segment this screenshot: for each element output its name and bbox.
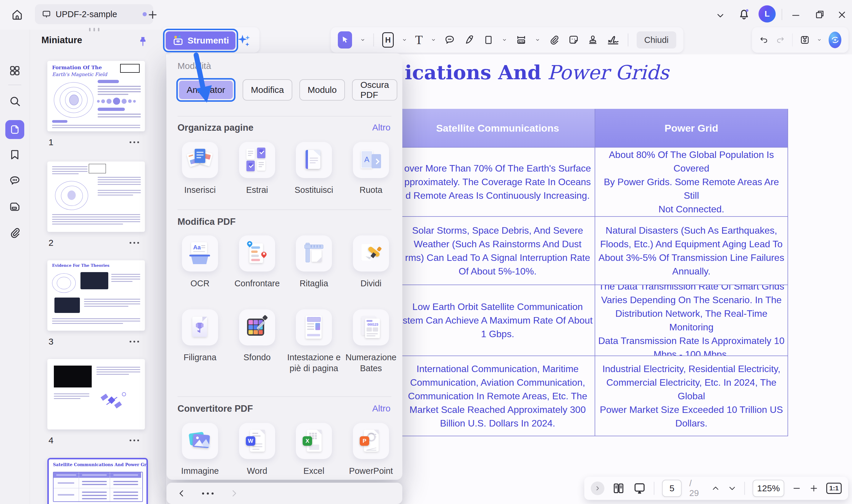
ai-assistant-button[interactable] xyxy=(829,32,841,48)
shape-tool-button[interactable] xyxy=(483,33,494,47)
tool-powerpoint[interactable]: P PowerPoint xyxy=(343,423,399,476)
shape-chevron-icon[interactable] xyxy=(502,37,507,43)
chevron-right-icon xyxy=(594,485,601,491)
panel-drag-handle[interactable] xyxy=(89,28,99,31)
apps-grid-button[interactable] xyxy=(8,65,21,77)
comments-button[interactable] xyxy=(8,175,21,187)
thumbnails-panel-button[interactable] xyxy=(5,120,24,139)
strumenti-button[interactable]: Strumenti xyxy=(166,31,235,50)
page-thumbnail-2[interactable] xyxy=(47,162,145,232)
mode-annotator-button[interactable]: Annotator xyxy=(179,81,233,99)
close-window-button[interactable] xyxy=(837,10,847,20)
page-thumbnail-5-current[interactable]: Satellite Communications And Power Grids xyxy=(47,458,148,504)
expand-sidebar-button[interactable] xyxy=(591,482,604,495)
collapse-toolbar-button[interactable] xyxy=(715,11,725,21)
page-number-input[interactable]: 5 xyxy=(662,480,682,497)
tool-intestazione[interactable]: Intestazione e piè di pagina xyxy=(286,309,342,374)
home-button[interactable] xyxy=(8,5,26,24)
tool-label: OCR xyxy=(172,278,228,289)
tool-word[interactable]: W Word xyxy=(229,423,285,476)
avatar-letter: L xyxy=(764,9,769,19)
signature-tool-button[interactable] xyxy=(607,32,619,48)
slides-note-button[interactable] xyxy=(8,200,21,213)
select-tool-button[interactable] xyxy=(338,31,352,49)
toolbar-divider xyxy=(628,33,628,47)
tool-confrontare[interactable]: Confrontare xyxy=(229,235,285,289)
mode-modulo-button[interactable]: Modulo xyxy=(300,79,345,101)
zoom-level-input[interactable]: 125% xyxy=(753,480,784,497)
presentation-mode-button[interactable] xyxy=(633,482,647,495)
mode-oscura-button[interactable]: Oscura PDF xyxy=(352,79,397,101)
highlight-tool-button[interactable]: H xyxy=(382,32,394,48)
table-cell: The Data Transmission Rate Of Smart Grid… xyxy=(595,285,788,356)
panel-divider xyxy=(178,210,392,210)
save-chevron-icon[interactable] xyxy=(817,37,821,43)
zoom-out-button[interactable] xyxy=(792,484,801,493)
measure-tool-button[interactable] xyxy=(515,33,527,47)
attachments-button[interactable] xyxy=(8,227,21,239)
organizza-altro-link[interactable]: Altro xyxy=(372,123,391,132)
page-menu-3[interactable] xyxy=(130,341,139,342)
bookmarks-button[interactable] xyxy=(8,148,21,161)
tool-bates[interactable]: 000123 Numerazione Bates xyxy=(343,309,399,374)
mode-modifica-button[interactable]: Modifica xyxy=(242,79,292,101)
previous-page-button[interactable] xyxy=(711,484,720,493)
actual-size-button[interactable]: 1:1 xyxy=(826,483,842,494)
select-tool-chevron-icon[interactable] xyxy=(360,37,365,43)
tool-immagine[interactable]: Immagine xyxy=(172,423,228,476)
confrontare-icon xyxy=(239,235,275,271)
pin-panel-button[interactable] xyxy=(137,36,149,48)
tool-ocr[interactable]: Aa OCR xyxy=(172,235,228,289)
tool-filigrana[interactable]: Filigrana xyxy=(172,309,228,363)
tool-sostituisci[interactable]: Sostituisci xyxy=(286,142,342,196)
text-chevron-icon[interactable] xyxy=(431,37,436,43)
page-number-1: 1 xyxy=(49,137,54,147)
stamp-tool-button[interactable] xyxy=(587,33,598,47)
undo-button[interactable] xyxy=(759,34,768,46)
tool-ruota[interactable]: A Ruota xyxy=(343,142,399,196)
tool-estrai[interactable]: Estrai xyxy=(229,142,285,196)
new-tab-button[interactable] xyxy=(147,9,159,21)
search-button[interactable] xyxy=(8,95,21,108)
tool-dividi[interactable]: Dividi xyxy=(343,235,399,289)
page-menu-2[interactable] xyxy=(130,242,139,244)
pager-prev-button[interactable] xyxy=(177,488,187,498)
mode-switcher: Annotator Modifica Modulo Oscura PDF xyxy=(176,78,394,102)
next-page-button[interactable] xyxy=(728,484,737,493)
tool-inserisci[interactable]: Inserisci xyxy=(172,142,228,196)
comment-tool-button[interactable] xyxy=(444,33,455,47)
tool-ritaglia[interactable]: Ritaglia xyxy=(286,235,342,289)
avatar[interactable]: L xyxy=(759,5,776,22)
page-thumbnail-4[interactable] xyxy=(47,359,145,430)
maximize-button[interactable] xyxy=(814,9,826,20)
minimize-button[interactable] xyxy=(791,10,801,21)
restore-icon xyxy=(814,9,826,20)
zoom-in-button[interactable] xyxy=(809,484,819,493)
tool-excel[interactable]: X Excel xyxy=(286,423,342,476)
page-thumbnail-1[interactable]: Formation Of The Earth's Magnetic Field xyxy=(47,61,145,131)
highlight-chevron-icon[interactable] xyxy=(402,37,407,43)
text-tool-button[interactable]: T xyxy=(415,33,423,47)
pager-dots xyxy=(202,492,214,494)
pen-tool-button[interactable] xyxy=(464,33,475,47)
table-cell: About 80% Of The Global Population Is Co… xyxy=(595,148,788,217)
chiudi-button[interactable]: Chiudi xyxy=(637,31,676,49)
table-cell: Natural Disasters (Such As Earthquakes, … xyxy=(595,217,788,285)
table-cell: over More Than 70% Of The Earth's Surfac… xyxy=(401,148,595,217)
page-menu-1[interactable] xyxy=(130,141,139,143)
page-thumbnail-3[interactable]: Evidence For The Theories xyxy=(47,260,145,331)
measure-chevron-icon[interactable] xyxy=(535,37,540,43)
redo-button[interactable] xyxy=(776,34,785,46)
page-menu-4[interactable] xyxy=(130,439,139,441)
pager-next-button[interactable] xyxy=(229,488,239,498)
sticker-tool-button[interactable] xyxy=(568,33,579,47)
attachment-tool-button[interactable] xyxy=(548,33,560,47)
document-tab[interactable]: UPDF-2-sample xyxy=(35,4,153,24)
panel-divider xyxy=(178,396,392,397)
tool-sfondo[interactable]: Sfondo xyxy=(229,309,285,363)
page-total: / 29 xyxy=(689,479,704,498)
notifications-button[interactable] xyxy=(737,7,751,21)
convertitore-altro-link[interactable]: Altro xyxy=(372,403,391,414)
save-button[interactable] xyxy=(800,33,810,47)
two-page-view-button[interactable] xyxy=(612,482,625,495)
